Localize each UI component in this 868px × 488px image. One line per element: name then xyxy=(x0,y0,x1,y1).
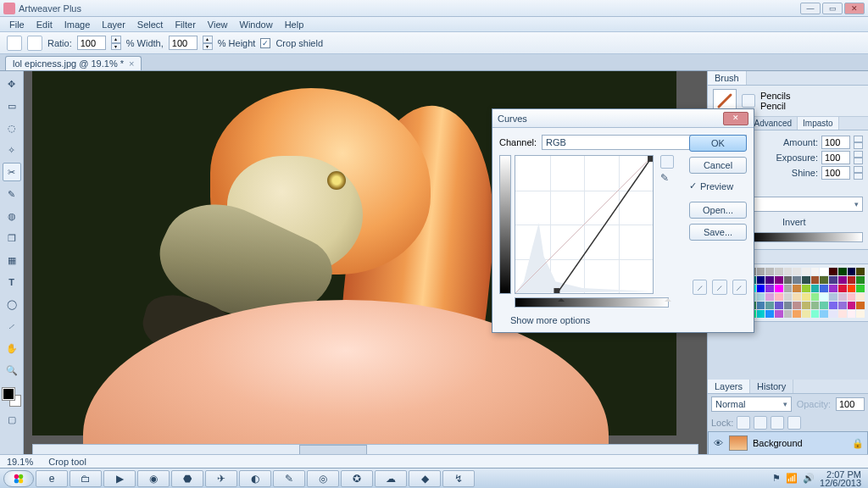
color-swatch[interactable] xyxy=(829,268,837,275)
taskbar-app-icon-1[interactable]: ⬣ xyxy=(171,470,203,487)
menu-file[interactable]: File xyxy=(3,19,31,30)
color-swatch[interactable] xyxy=(775,268,783,275)
taskbar-app-icon-6[interactable]: ◆ xyxy=(409,470,441,487)
color-swatch[interactable] xyxy=(784,276,793,284)
brush-gradient[interactable] xyxy=(747,232,863,242)
color-swatch[interactable] xyxy=(765,293,774,301)
color-swatch[interactable] xyxy=(856,302,865,309)
color-swatch[interactable] xyxy=(775,285,783,292)
color-swatch[interactable] xyxy=(775,276,783,284)
taskbar-app-icon-5[interactable]: ☁ xyxy=(375,470,407,487)
menu-edit[interactable]: Edit xyxy=(31,19,58,30)
black-point-slider[interactable] xyxy=(558,295,565,302)
color-swatch[interactable] xyxy=(820,285,828,292)
ratio-width-spinner[interactable]: ▴▾ xyxy=(111,36,121,50)
close-button[interactable]: ✕ xyxy=(844,3,865,14)
tray-volume-icon[interactable]: 🔊 xyxy=(803,473,815,484)
cancel-button[interactable]: Cancel xyxy=(689,157,747,174)
marquee-tool-icon[interactable]: ▭ xyxy=(3,97,21,115)
ratio-height-field[interactable]: 100 xyxy=(169,36,198,50)
dialog-titlebar[interactable]: Curves ✕ xyxy=(492,109,754,128)
color-swatch[interactable] xyxy=(820,302,828,309)
color-swatch[interactable] xyxy=(820,293,828,301)
color-swatch[interactable] xyxy=(802,310,810,318)
taskbar-ie-icon[interactable]: e xyxy=(36,470,68,487)
shine-field[interactable]: 100 xyxy=(821,166,850,180)
color-swatch[interactable] xyxy=(757,285,765,292)
tab-history[interactable]: History xyxy=(750,380,793,393)
color-swatch[interactable] xyxy=(838,310,847,318)
color-swatch[interactable] xyxy=(829,302,837,309)
color-swatch[interactable] xyxy=(838,302,847,309)
color-swatch[interactable] xyxy=(848,268,856,275)
color-swatch[interactable] xyxy=(793,302,801,309)
color-swatch[interactable] xyxy=(775,310,783,318)
exposure-field[interactable]: 100 xyxy=(821,151,850,164)
screen-mode-icon[interactable]: ▢ xyxy=(3,410,21,429)
color-swatch[interactable] xyxy=(838,276,847,284)
color-swatch[interactable] xyxy=(829,310,837,318)
lock-all-icon[interactable] xyxy=(787,416,801,430)
maximize-button[interactable]: ▭ xyxy=(822,3,843,14)
color-swatch[interactable] xyxy=(765,310,774,318)
curve-tool-icon[interactable] xyxy=(660,155,674,169)
aspect-icon[interactable] xyxy=(27,36,42,51)
color-swatch[interactable] xyxy=(848,310,856,318)
fg-color-swatch[interactable] xyxy=(3,388,14,400)
minimize-button[interactable]: — xyxy=(800,3,821,14)
color-swatch[interactable] xyxy=(838,285,847,292)
eyedropper-white-icon[interactable]: ⟋ xyxy=(732,280,747,295)
taskbar-app-icon-7[interactable]: ↯ xyxy=(442,470,475,487)
color-swatch[interactable] xyxy=(757,293,765,301)
exposure-spinner[interactable] xyxy=(854,151,863,164)
color-swatch[interactable] xyxy=(793,293,801,301)
color-swatch[interactable] xyxy=(802,302,810,309)
color-swatch[interactable] xyxy=(829,285,837,292)
layer-row[interactable]: 👁 Background 🔒 xyxy=(708,431,868,455)
tab-layers[interactable]: Layers xyxy=(708,380,750,393)
eraser-tool-icon[interactable]: ◍ xyxy=(3,207,21,225)
tab-brush[interactable]: Brush xyxy=(708,71,747,85)
color-swatch[interactable] xyxy=(793,276,801,284)
color-swatch[interactable] xyxy=(829,276,837,284)
tray-flag-icon[interactable]: ⚑ xyxy=(772,473,781,484)
color-swatch[interactable] xyxy=(838,268,847,275)
menu-image[interactable]: Image xyxy=(58,19,97,30)
menu-select[interactable]: Select xyxy=(131,19,170,30)
color-swatch[interactable] xyxy=(848,285,856,292)
crop-tool-icon[interactable] xyxy=(7,36,22,51)
document-tab[interactable]: lol epicness.jpg @ 19.1% * × xyxy=(5,56,142,70)
color-swatch[interactable] xyxy=(811,285,820,292)
color-swatch[interactable] xyxy=(784,310,793,318)
subtab-advanced[interactable]: Advanced xyxy=(749,117,798,130)
taskbar-chrome-icon[interactable]: ◉ xyxy=(137,470,170,487)
show-more-checkbox[interactable]: ✓ xyxy=(499,314,507,325)
lock-pixels-icon[interactable] xyxy=(754,416,767,430)
eyedropper-gray-icon[interactable]: ⟋ xyxy=(712,280,726,295)
menu-window[interactable]: Window xyxy=(234,19,279,30)
ratio-width-field[interactable]: 100 xyxy=(77,36,106,50)
tray-network-icon[interactable]: 📶 xyxy=(786,473,798,484)
color-swatch[interactable] xyxy=(856,285,865,292)
color-swatch[interactable] xyxy=(757,276,765,284)
zoom-tool-icon[interactable]: 🔍 xyxy=(3,361,21,380)
color-swatch[interactable] xyxy=(811,310,820,318)
color-swatch[interactable] xyxy=(811,276,820,284)
color-swatches[interactable] xyxy=(3,388,21,407)
color-swatch[interactable] xyxy=(793,285,801,292)
curves-graph[interactable] xyxy=(515,155,654,294)
color-swatch[interactable] xyxy=(765,302,774,309)
color-swatch[interactable] xyxy=(765,276,774,284)
invert-checkbox[interactable]: ✓ xyxy=(771,217,779,228)
gradient-tool-icon[interactable]: ▦ xyxy=(3,251,21,269)
menu-help[interactable]: Help xyxy=(279,19,310,30)
menu-filter[interactable]: Filter xyxy=(169,19,201,30)
taskbar-app-icon-2[interactable]: ✈ xyxy=(205,470,237,487)
taskbar-artweaver-icon[interactable]: ✎ xyxy=(273,470,305,487)
curve-point-white[interactable] xyxy=(648,156,653,162)
lock-position-icon[interactable] xyxy=(771,416,784,430)
color-swatch[interactable] xyxy=(765,268,774,275)
white-point-slider[interactable] xyxy=(665,295,671,302)
move-tool-icon[interactable]: ✥ xyxy=(3,75,21,93)
color-swatch[interactable] xyxy=(820,276,828,284)
